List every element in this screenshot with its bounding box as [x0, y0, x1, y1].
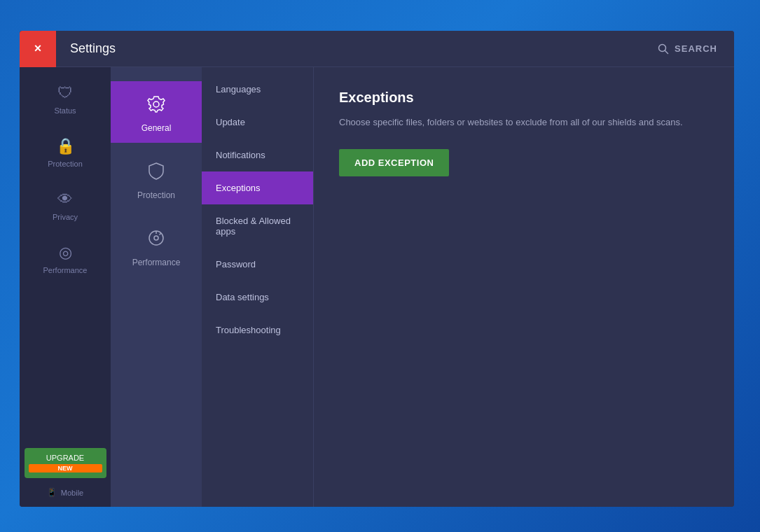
content-description: Choose specific files, folders or websit…	[339, 115, 709, 130]
sidebar-item-performance[interactable]: ◎ Performance	[20, 234, 111, 284]
sidebar-item-privacy[interactable]: 👁 Privacy	[20, 181, 111, 231]
menu-item-blocked-allowed[interactable]: Blocked & Allowed apps	[202, 204, 313, 248]
performance-sidebar-icon: ◎	[59, 244, 72, 262]
privacy-icon: 👁	[57, 190, 73, 209]
status-icon: 🛡	[57, 84, 73, 102]
protection-settings-icon	[146, 161, 166, 185]
search-area[interactable]: SEARCH	[658, 43, 734, 55]
main-content: Exceptions Choose specific files, folder…	[314, 67, 734, 507]
settings-nav-general[interactable]: General	[111, 81, 202, 143]
menu-item-password[interactable]: Password	[202, 248, 313, 281]
app-body: 🛡 Status 🔒 Protection 👁 Privacy ◎ Perfor…	[20, 67, 734, 507]
settings-window: × Settings SEARCH 🛡 Status 🔒 Protection …	[20, 31, 734, 507]
settings-menu: Languages Update Notifications Exception…	[202, 67, 314, 507]
sidebar-item-protection[interactable]: 🔒 Protection	[20, 127, 111, 178]
menu-item-exceptions[interactable]: Exceptions	[202, 172, 313, 204]
settings-sidebar: General Protection	[111, 67, 202, 507]
menu-item-data-settings[interactable]: Data settings	[202, 281, 313, 314]
content-title: Exceptions	[339, 90, 709, 106]
menu-item-notifications[interactable]: Notifications	[202, 139, 313, 172]
menu-item-update[interactable]: Update	[202, 106, 313, 139]
search-label: SEARCH	[675, 43, 717, 54]
svg-line-6	[160, 233, 162, 235]
sidebar-item-status[interactable]: 🛡 Status	[20, 74, 111, 125]
performance-settings-icon	[146, 228, 166, 252]
settings-nav-performance[interactable]: Performance	[111, 216, 202, 277]
menu-item-languages[interactable]: Languages	[202, 73, 313, 106]
close-button[interactable]: ×	[20, 31, 56, 67]
search-icon	[658, 43, 669, 55]
settings-nav-protection[interactable]: Protection	[111, 148, 202, 210]
menu-item-troubleshooting[interactable]: Troubleshooting	[202, 314, 313, 346]
add-exception-button[interactable]: ADD EXCEPTION	[339, 149, 449, 176]
mobile-icon: 📱	[47, 488, 57, 497]
svg-point-4	[154, 236, 158, 240]
svg-point-2	[153, 102, 159, 107]
main-sidebar: 🛡 Status 🔒 Protection 👁 Privacy ◎ Perfor…	[20, 67, 111, 507]
general-settings-icon	[146, 94, 166, 118]
protection-icon: 🔒	[56, 137, 75, 155]
svg-line-1	[665, 50, 668, 53]
upgrade-button[interactable]: UPGRADE NEW	[25, 448, 106, 478]
window-title: Settings	[56, 41, 658, 56]
mobile-link[interactable]: 📱 Mobile	[47, 484, 83, 501]
title-bar: × Settings SEARCH	[20, 31, 734, 67]
